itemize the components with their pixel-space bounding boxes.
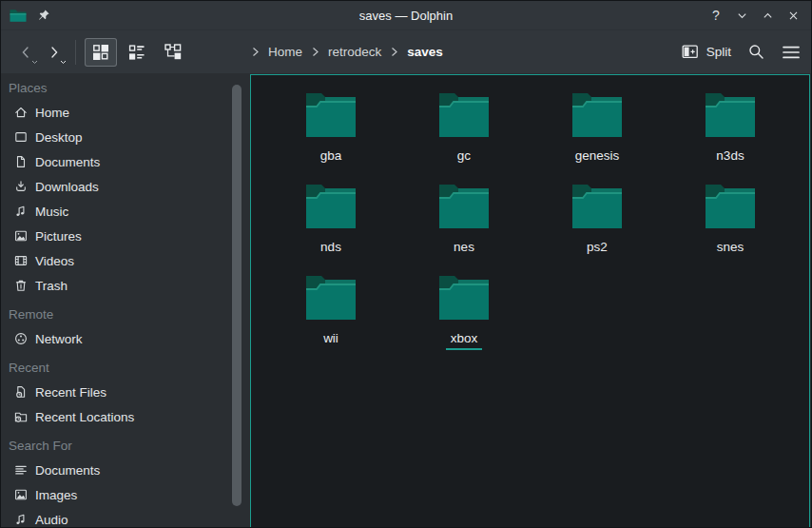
folder-label: gc [453, 147, 475, 167]
section-header-remote: Remote [1, 302, 246, 326]
music-icon [12, 512, 29, 528]
sidebar-item-label: Pictures [35, 229, 82, 244]
folder-item-genesis[interactable]: genesis [531, 88, 664, 179]
menu-button[interactable] [782, 45, 801, 60]
recent-folder-icon [12, 409, 29, 425]
sidebar-item-documents[interactable]: Documents [1, 458, 246, 482]
forward-button[interactable] [40, 37, 68, 68]
section-header-search-for: Search For [1, 433, 246, 458]
sidebar-item-images[interactable]: Images [1, 482, 246, 507]
sidebar-item-audio[interactable]: Audio [1, 507, 246, 528]
breadcrumb-separator-icon [389, 47, 399, 57]
folder-icon [437, 179, 491, 234]
recent-file-icon [12, 384, 29, 401]
breadcrumb: Homeretrodecksaves [249, 30, 450, 73]
music-icon [12, 204, 29, 220]
breadcrumb-retrodeck[interactable]: retrodeck [321, 45, 388, 59]
folder-item-nds[interactable]: nds [264, 179, 397, 270]
folder-label: snes [712, 239, 749, 259]
document-icon [12, 154, 29, 170]
sidebar-item-documents[interactable]: Documents [1, 149, 246, 174]
sidebar-item-network[interactable]: Network [1, 326, 246, 351]
folder-icon [304, 88, 358, 143]
sidebar-item-videos[interactable]: Videos [1, 248, 246, 273]
split-button[interactable]: Split [682, 45, 731, 59]
toolbar: Homeretrodecksaves Split [1, 29, 811, 73]
search-icon [747, 43, 765, 61]
home-icon [12, 105, 29, 121]
tree-view-button[interactable] [157, 38, 189, 67]
pin-icon[interactable] [37, 9, 50, 22]
sidebar-scrollbar[interactable] [232, 85, 242, 506]
breadcrumb-home[interactable]: Home [261, 45, 309, 59]
folder-icon [437, 88, 491, 143]
folder-icon [704, 88, 757, 143]
sidebar-item-label: Recent Files [35, 385, 106, 400]
sidebar-item-label: Downloads [35, 180, 99, 194]
split-view-icon [682, 45, 699, 59]
sidebar-item-label: Network [35, 332, 83, 346]
folder-item-ps2[interactable]: ps2 [531, 179, 664, 270]
folder-item-xbox[interactable]: xbox [397, 270, 531, 362]
folder-item-wii[interactable]: wii [264, 270, 397, 362]
folder-grid: gba gc genesis n3ds nds nes ps2 snes wii… [251, 75, 809, 362]
folder-label: ps2 [582, 239, 612, 259]
sidebar-item-recent-locations[interactable]: Recent Locations [1, 404, 246, 429]
desktop-icon [12, 129, 29, 146]
sidebar-item-recent-files[interactable]: Recent Files [1, 380, 246, 404]
titlebar[interactable]: saves — Dolphin ? [1, 1, 811, 29]
sidebar-item-label: Recent Locations [35, 410, 134, 424]
image-icon [12, 487, 29, 503]
details-view-button[interactable] [121, 38, 153, 67]
folder-item-nes[interactable]: nes [397, 179, 531, 270]
network-icon [12, 331, 29, 347]
sidebar-item-label: Documents [35, 155, 100, 169]
folder-item-n3ds[interactable]: n3ds [664, 88, 797, 179]
hamburger-icon [782, 45, 801, 60]
section-places: PlacesHomeDesktopDocumentsDownloadsMusic… [1, 75, 246, 298]
folder-item-gc[interactable]: gc [397, 88, 531, 179]
sidebar-item-label: Desktop [35, 130, 83, 145]
icons-view-button[interactable] [85, 38, 117, 67]
icons-view-icon [91, 43, 110, 62]
folder-label: wii [319, 330, 343, 350]
toolbar-separator [75, 40, 76, 65]
back-button[interactable] [11, 37, 40, 68]
sidebar-item-trash[interactable]: Trash [1, 273, 246, 298]
folder-label: xbox [446, 330, 483, 350]
sidebar-item-desktop[interactable]: Desktop [1, 125, 246, 149]
folder-app-icon [9, 9, 28, 23]
split-label: Split [706, 45, 731, 59]
sidebar-item-pictures[interactable]: Pictures [1, 224, 246, 248]
places-panel: PlacesHomeDesktopDocumentsDownloadsMusic… [1, 73, 246, 528]
close-button[interactable] [783, 5, 803, 26]
folder-view[interactable]: gba gc genesis n3ds nds nes ps2 snes wii… [250, 74, 810, 528]
sidebar-item-label: Trash [35, 279, 68, 293]
dolphin-window: saves — Dolphin ? [0, 0, 812, 528]
back-dropdown-icon [31, 60, 38, 65]
folder-label: nds [316, 239, 346, 259]
folder-icon [304, 179, 358, 234]
trash-icon [12, 278, 29, 294]
sidebar-item-label: Images [35, 488, 77, 502]
search-button[interactable] [747, 43, 765, 61]
text-lines-icon [12, 462, 29, 479]
minimize-button[interactable] [731, 5, 752, 26]
folder-item-snes[interactable]: snes [664, 179, 797, 270]
section-header-places: Places [1, 75, 246, 100]
sidebar-item-home[interactable]: Home [1, 100, 246, 125]
folder-item-gba[interactable]: gba [264, 88, 397, 179]
sidebar-item-label: Documents [35, 463, 100, 478]
sidebar-item-music[interactable]: Music [1, 199, 246, 224]
breadcrumb-separator-icon [250, 47, 261, 57]
breadcrumb-current[interactable]: saves [400, 45, 450, 59]
help-button[interactable]: ? [706, 5, 726, 26]
breadcrumb-separator-icon [310, 47, 320, 57]
folder-icon [704, 179, 757, 234]
sidebar-item-downloads[interactable]: Downloads [1, 174, 246, 199]
video-icon [12, 253, 29, 269]
maximize-button[interactable] [757, 5, 778, 26]
sidebar-item-label: Videos [35, 254, 74, 268]
section-remote: RemoteNetwork [1, 302, 246, 351]
window-title: saves — Dolphin [1, 9, 811, 23]
